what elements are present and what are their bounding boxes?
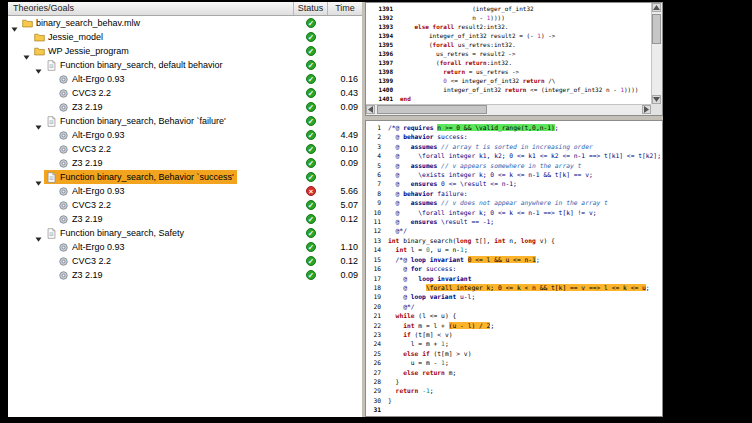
code-line: 1/*@ requires n >= 0 && \valid_range(t,0… [368, 123, 660, 132]
code-line: 1394 integer_of_int32 result2 = (- 1) -> [368, 31, 650, 40]
code-line: 9 @ assumes // v does not appear anywher… [368, 198, 660, 207]
line-number: 1397 [368, 58, 393, 67]
expander-arrow-icon[interactable] [11, 19, 18, 26]
tree-row[interactable]: Function binary_search, Safety✓ [8, 226, 362, 240]
tree-cell: binary_search_behav.mlw [20, 16, 143, 30]
tree-row[interactable]: Alt-Ergo 0.93✓0.16 [8, 72, 362, 86]
prover-icon [58, 88, 69, 99]
column-header-time[interactable]: Time [328, 2, 362, 15]
code-line: 22 int m = l + (u - l) / 2; [368, 321, 660, 330]
tree-row[interactable]: Function binary_search, default behavior… [8, 58, 362, 72]
time-value: 1.10 [326, 240, 358, 254]
tree-item-label: Z3 2.19 [72, 214, 103, 224]
status-ok-icon: ✓ [306, 46, 316, 56]
line-number: 1394 [368, 31, 393, 40]
time-value: 0.09 [326, 268, 358, 282]
tree-cell: Alt-Ergo 0.93 [56, 72, 128, 86]
code-line: 7 @ ensures 0 <= \result <= n-1; [368, 179, 660, 188]
tree-item-label: Alt-Ergo 0.93 [72, 186, 125, 196]
tree-item-label: CVC3 2.2 [72, 200, 111, 210]
scroll-right-button[interactable] [642, 105, 651, 114]
line-number: 1399 [368, 76, 393, 85]
code-line: 1393 else forall result2:int32. [368, 22, 650, 31]
scroll-down-button[interactable] [652, 95, 661, 104]
source-view[interactable]: 1/*@ requires n >= 0 && \valid_range(t,0… [365, 120, 663, 417]
code-line: 19 @ loop variant u-l; [368, 292, 660, 301]
tree-item-label: CVC3 2.2 [72, 144, 111, 154]
tree-row[interactable]: CVC3 2.2✓5.07 [8, 198, 362, 212]
scrollbar-corner [651, 104, 662, 115]
status-ok-icon: ✓ [306, 60, 316, 70]
tree-row[interactable]: Z3 2.19✓0.12 [8, 212, 362, 226]
status-ok-icon: ✓ [306, 256, 316, 266]
tree-row[interactable]: Function binary_search, Behavior `failur… [8, 114, 362, 128]
line-number: 1391 [368, 4, 393, 13]
tree-cell: Function binary_search, Behavior `failur… [44, 114, 229, 128]
theories-goals-panel[interactable]: Theories/Goals Status Time binary_search… [8, 2, 362, 417]
line-number: 9 [368, 198, 381, 207]
tree-row[interactable]: Z3 2.19✓0.09 [8, 268, 362, 282]
code-line: 2 @ behavior success: [368, 132, 660, 141]
status-ok-icon: ✓ [306, 32, 316, 42]
code-line: 1395 (forall us_retres:int32. [368, 40, 650, 49]
tree-item-label: binary_search_behav.mlw [36, 18, 140, 28]
line-number: 1 [368, 123, 381, 132]
expander-arrow-icon[interactable] [35, 173, 42, 180]
expander-arrow-icon[interactable] [35, 117, 42, 124]
tree-cell: CVC3 2.2 [56, 142, 114, 156]
line-number: 1400 [368, 85, 393, 94]
code-line: 18 @ \forall integer k; 0 <= k < n && t[… [368, 283, 660, 292]
line-number: 14 [368, 245, 381, 254]
status-ok-icon: ✓ [306, 88, 316, 98]
status-ok-icon: ✓ [306, 172, 316, 182]
code-line: 12 @*/ [368, 226, 660, 235]
column-header-status[interactable]: Status [294, 2, 328, 15]
task-horizontal-scrollbar[interactable] [366, 104, 651, 115]
file-icon [46, 60, 57, 71]
tree-row[interactable]: Alt-Ergo 0.93×5.66 [8, 184, 362, 198]
tree-row[interactable]: CVC3 2.2✓0.10 [8, 142, 362, 156]
vertical-scrollbar-thumb[interactable] [652, 14, 661, 44]
tree-row[interactable]: Function binary_search, Behavior `succes… [8, 170, 362, 184]
task-view[interactable]: 1391 (integer_of_int321392 n - 1))))1393… [365, 2, 663, 116]
folder-icon [34, 46, 45, 57]
tree-item-label: Jessie_model [48, 32, 103, 42]
status-ok-icon: ✓ [306, 200, 316, 210]
code-line: 1391 (integer_of_int32 [368, 4, 650, 13]
prover-icon [58, 130, 69, 141]
tree-row[interactable]: Alt-Ergo 0.93✓1.10 [8, 240, 362, 254]
source-code: 1/*@ requires n >= 0 && \valid_range(t,0… [368, 123, 660, 414]
tree-row[interactable]: Alt-Ergo 0.93✓4.49 [8, 128, 362, 142]
task-vertical-scrollbar[interactable] [651, 3, 662, 104]
tree-item-label: Function binary_search, Behavior `failur… [60, 116, 226, 126]
tree-row[interactable]: Z3 2.19✓0.09 [8, 100, 362, 114]
tree-row[interactable]: Z3 2.19✓0.09 [8, 156, 362, 170]
expander-arrow-icon[interactable] [35, 61, 42, 68]
scroll-up-button[interactable] [652, 3, 661, 12]
expander-arrow-icon[interactable] [35, 229, 42, 236]
tree-row[interactable]: CVC3 2.2✓0.12 [8, 254, 362, 268]
code-line: 21 while (l <= u) { [368, 311, 660, 320]
tree-cell: Z3 2.19 [56, 100, 106, 114]
code-line: 1392 n - 1)))) [368, 13, 650, 22]
code-line: 23 if (t[m] < v) [368, 330, 660, 339]
line-number: 2 [368, 132, 381, 141]
tree-item-label: Function binary_search, Safety [60, 228, 184, 238]
tree-row[interactable]: CVC3 2.2✓0.43 [8, 86, 362, 100]
tree-item-label: Alt-Ergo 0.93 [72, 242, 125, 252]
expander-arrow-icon[interactable] [23, 47, 30, 54]
horizontal-scrollbar-thumb[interactable] [377, 105, 487, 114]
tree-cell: CVC3 2.2 [56, 254, 114, 268]
folder-icon [34, 32, 45, 43]
tree-row[interactable]: Jessie_model✓ [8, 30, 362, 44]
tree-row[interactable]: binary_search_behav.mlw✓ [8, 16, 362, 30]
scroll-left-button[interactable] [366, 105, 375, 114]
tree-cell: Z3 2.19 [56, 212, 106, 226]
tree-row[interactable]: WP Jessie_program✓ [8, 44, 362, 58]
column-header-theories-goals[interactable]: Theories/Goals [8, 2, 294, 15]
code-line: 16 @ for success: [368, 264, 660, 273]
time-value: 0.09 [326, 100, 358, 114]
line-number: 18 [368, 283, 381, 292]
status-ok-icon: ✓ [306, 74, 316, 84]
prover-icon [58, 74, 69, 85]
